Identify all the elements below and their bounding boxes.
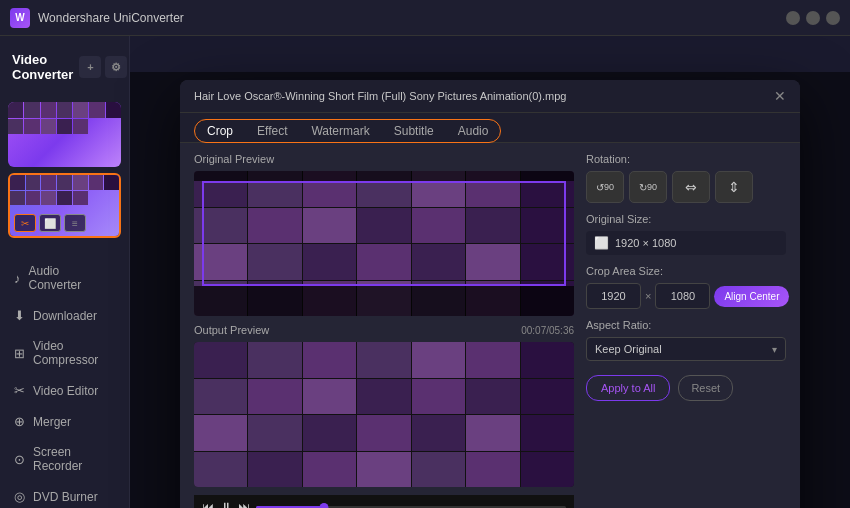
merge-icon: ⊕: [14, 414, 25, 429]
sidebar-nav: ♪ Audio Converter ⬇ Downloader ⊞ Video C…: [0, 248, 129, 508]
progress-dot: [320, 503, 329, 509]
thumbnail-preview-1: [8, 102, 121, 167]
minimize-button[interactable]: [786, 11, 800, 25]
sidebar-item-label: DVD Burner: [33, 490, 98, 504]
pause-button[interactable]: ⏸: [220, 500, 232, 508]
tab-crop[interactable]: Crop: [195, 120, 245, 142]
crop-area-label: Crop Area Size:: [586, 265, 786, 277]
sidebar-main-label: Video Converter: [12, 52, 73, 82]
crop-width-input[interactable]: [586, 283, 641, 309]
sidebar-item-label: Merger: [33, 415, 71, 429]
crop-dark-top: [194, 171, 574, 181]
tab-group: Crop Effect Watermark Subtitle Audio: [194, 119, 501, 143]
flip-vertical-button[interactable]: ⇕: [715, 171, 753, 203]
original-preview-label: Original Preview: [194, 153, 574, 165]
window-controls: [786, 11, 840, 25]
compress-icon: ⊞: [14, 346, 25, 361]
output-preview-label: Output Preview: [194, 324, 269, 336]
tab-audio[interactable]: Audio: [446, 120, 501, 142]
settings-icon[interactable]: ⚙: [105, 56, 127, 78]
dialog-titlebar: Hair Love Oscar®-Winning Short Film (Ful…: [180, 80, 800, 113]
aspect-ratio-label: Aspect Ratio:: [586, 319, 786, 331]
app-title: Wondershare UniConverter: [38, 11, 184, 25]
dvd-icon: ◎: [14, 489, 25, 504]
sidebar-item-label: Downloader: [33, 309, 97, 323]
thumbnail-area: ✂ ⬜ ≡: [0, 98, 129, 248]
sidebar-item-downloader[interactable]: ⬇ Downloader: [0, 300, 129, 331]
tab-effect[interactable]: Effect: [245, 120, 299, 142]
sidebar-item-video-editor[interactable]: ✂ Video Editor: [0, 375, 129, 406]
thumbnail-item-1[interactable]: [8, 102, 121, 167]
sidebar-item-video-compressor[interactable]: ⊞ Video Compressor: [0, 331, 129, 375]
align-center-button[interactable]: Align Center: [714, 286, 789, 307]
sidebar-item-label: Video Editor: [33, 384, 98, 398]
size-icon: ⬜: [594, 236, 609, 250]
original-preview-box: [194, 171, 574, 316]
sidebar: Video Converter + ⚙: [0, 36, 130, 508]
original-size-section: Original Size: ⬜ 1920 × 1080: [586, 213, 786, 255]
copy-tool-button[interactable]: ⬜: [39, 214, 61, 232]
crop-area-row: × Align Center: [586, 283, 786, 309]
rotation-section: Rotation: ↺90 ↻90 ⇔: [586, 153, 786, 203]
sidebar-item-label: Video Compressor: [33, 339, 115, 367]
time-display: 00:07/05:36: [521, 325, 574, 336]
aspect-ratio-select[interactable]: Keep Original ▾: [586, 337, 786, 361]
app-logo: W: [10, 8, 30, 28]
rotate-ccw-button[interactable]: ↺90: [586, 171, 624, 203]
aspect-ratio-value: Keep Original: [595, 343, 662, 355]
tab-subtitle[interactable]: Subtitle: [382, 120, 446, 142]
sidebar-header: Video Converter + ⚙: [0, 44, 129, 98]
original-size-display: ⬜ 1920 × 1080: [586, 231, 786, 255]
preview-section: Original Preview: [194, 153, 574, 508]
sidebar-item-audio-converter[interactable]: ♪ Audio Converter: [0, 256, 129, 300]
original-size-label: Original Size:: [586, 213, 786, 225]
sidebar-item-label: Audio Converter: [29, 264, 116, 292]
sidebar-header-icons: + ⚙: [79, 56, 127, 78]
dialog-overlay: Hair Love Oscar®-Winning Short Film (Ful…: [130, 72, 850, 508]
rotate-cw-button[interactable]: ↻90: [629, 171, 667, 203]
reset-button[interactable]: Reset: [678, 375, 733, 401]
sidebar-item-merger[interactable]: ⊕ Merger: [0, 406, 129, 437]
thumbnail-tools: ✂ ⬜ ≡: [14, 214, 86, 232]
next-button[interactable]: ⏭: [238, 500, 250, 508]
dialog-close-button[interactable]: ✕: [774, 88, 786, 104]
edit-icon: ✂: [14, 383, 25, 398]
right-panel: Rotation: ↺90 ↻90 ⇔: [586, 153, 786, 508]
rotation-buttons: ↺90 ↻90 ⇔ ⇕: [586, 171, 786, 203]
record-icon: ⊙: [14, 452, 25, 467]
sidebar-item-screen-recorder[interactable]: ⊙ Screen Recorder: [0, 437, 129, 481]
maximize-button[interactable]: [806, 11, 820, 25]
sidebar-item-label: Screen Recorder: [33, 445, 115, 473]
output-preview-box: [194, 342, 574, 487]
tab-watermark[interactable]: Watermark: [299, 120, 381, 142]
app-titlebar: W Wondershare UniConverter: [0, 0, 850, 36]
crop-separator: ×: [645, 290, 651, 302]
dialog-title: Hair Love Oscar®-Winning Short Film (Ful…: [194, 90, 766, 102]
playback-bar: ⏮ ⏸ ⏭: [194, 495, 574, 508]
thumbnail-item-2[interactable]: ✂ ⬜ ≡: [8, 173, 121, 238]
apply-to-all-button[interactable]: Apply to All: [586, 375, 670, 401]
audio-icon: ♪: [14, 271, 21, 286]
prev-button[interactable]: ⏮: [202, 500, 214, 508]
rotation-label: Rotation:: [586, 153, 786, 165]
sidebar-item-dvd-burner[interactable]: ◎ DVD Burner: [0, 481, 129, 508]
original-size-value: 1920 × 1080: [615, 237, 676, 249]
output-video: [194, 342, 574, 487]
crop-area-section: Crop Area Size: × Align Center: [586, 265, 786, 309]
action-buttons: Apply to All Reset: [586, 375, 786, 401]
dialog-tabs: Crop Effect Watermark Subtitle Audio: [180, 113, 800, 143]
dialog-body: Original Preview: [180, 143, 800, 508]
list-tool-button[interactable]: ≡: [64, 214, 86, 232]
flip-horizontal-button[interactable]: ⇔: [672, 171, 710, 203]
crop-selection[interactable]: [202, 181, 566, 286]
crop-dialog: Hair Love Oscar®-Winning Short Film (Ful…: [180, 80, 800, 508]
download-icon: ⬇: [14, 308, 25, 323]
add-file-button[interactable]: +: [79, 56, 101, 78]
crop-dark-bottom: [194, 286, 574, 316]
crop-height-input[interactable]: [655, 283, 710, 309]
cut-tool-button[interactable]: ✂: [14, 214, 36, 232]
aspect-ratio-section: Aspect Ratio: Keep Original ▾: [586, 319, 786, 361]
chevron-down-icon: ▾: [772, 344, 777, 355]
close-button[interactable]: [826, 11, 840, 25]
